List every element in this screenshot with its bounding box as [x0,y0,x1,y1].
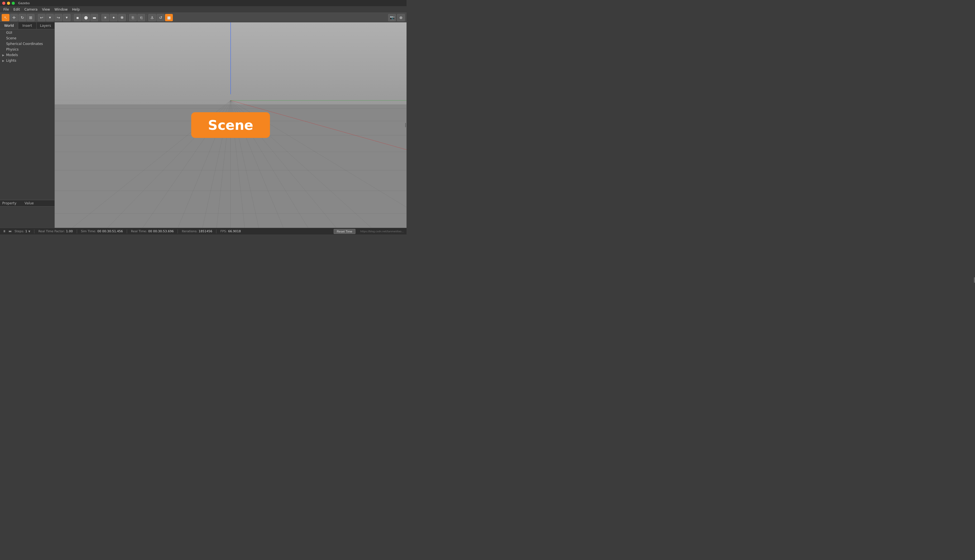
3d-viewport[interactable]: .grid-line { stroke: #666; stroke-width:… [55,22,407,228]
pause-icon: ⏸ [3,230,6,233]
layers-button[interactable]: ⊕ [397,14,405,21]
paste-tool-button[interactable]: ⎗ [137,14,145,21]
tree-item-models[interactable]: ▶ Models [0,52,55,58]
sim-time-item: Sim Time: 00 00:30:51.456 [81,230,123,233]
real-time-label: Real Time: [131,230,147,233]
tab-layers[interactable]: Layers [37,22,55,29]
box-tool-button[interactable]: ▪ [74,14,82,21]
sun-light-button[interactable]: ☀ [102,14,109,21]
step-icon: ⏭ [9,230,12,233]
sidebar: World Insert Layers GUI Scene Spherical … [0,22,55,228]
arrow-models: ▶ [2,53,5,57]
prop-col-property: Property [2,201,25,205]
world-tree: GUI Scene Spherical Coordinates Physics … [0,29,55,200]
tree-label-gui: GUI [6,31,12,35]
tab-insert[interactable]: Insert [18,22,36,29]
tree-label-physics: Physics [6,47,18,52]
wrap-tool-button[interactable]: ↺ [157,14,165,21]
tab-world[interactable]: World [0,22,18,29]
tree-item-physics[interactable]: Physics [0,47,55,52]
sep4 [127,15,128,21]
statusbar: ⏸ ⏭ Steps: 1 ▼ Real Time Factor: 1.00 Si… [0,228,407,235]
menu-file[interactable]: File [1,7,11,12]
redo-button[interactable]: ↪ [55,14,62,21]
cylinder-tool-button[interactable]: ▬ [90,14,98,21]
menubar: File Edit Camera View Window Help [0,6,407,13]
menu-edit[interactable]: Edit [11,7,22,12]
rtf-label: Real Time Factor: [38,230,65,233]
sep-status5 [216,230,217,233]
toolbar: ↖ ✛ ↻ ⊞ ↩ ▼ ↪ ▼ ▪ ● ▬ ☀ ✦ ❋ ⎘ ⎗ ⚓ ↺ ■ 📷 … [0,13,407,22]
sim-time-value: 00 00:30:51.456 [97,230,123,233]
sep5 [147,15,147,21]
tree-item-scene[interactable]: Scene [0,35,55,41]
app-title: Gazebo [18,2,30,5]
tree-item-gui[interactable]: GUI [0,30,55,35]
steps-label: Steps: [15,230,24,233]
fps-item: FPS: 66.9018 [220,230,241,233]
tree-label-models: Models [6,53,18,57]
active-orange-button[interactable]: ■ [165,14,173,21]
tree-label-spherical: Spherical Coordinates [6,42,43,46]
pause-button[interactable]: ⏸ [3,230,6,233]
rtf-value: 1.00 [66,230,73,233]
close-button[interactable] [2,2,5,5]
copy-tool-button[interactable]: ⎘ [129,14,137,21]
redo-arrow[interactable]: ▼ [63,14,71,21]
menu-window[interactable]: Window [52,7,70,12]
menu-help[interactable]: Help [70,7,82,12]
screenshot-button[interactable]: 📷 [388,14,396,21]
undo-button[interactable]: ↩ [38,14,45,21]
toolbar-right: 📷 ⊕ [388,14,405,21]
select-tool-button[interactable]: ↖ [2,14,10,21]
sim-time-label: Sim Time: [81,230,96,233]
viewport-resize-handle[interactable] [405,123,406,127]
point-light-button[interactable]: ✦ [110,14,118,21]
iterations-item: Iterations: 1851456 [182,230,212,233]
properties-panel: Property Value [0,200,55,228]
realtime-factor-item: Real Time Factor: 1.00 [38,230,73,233]
fps-value: 66.9018 [228,230,241,233]
properties-header: Property Value [0,200,55,207]
steps-item: Steps: 1 ▼ [15,230,30,233]
real-time-item: Real Time: 00 00:30:53.696 [131,230,174,233]
real-time-value: 00 00:30:53.696 [148,230,174,233]
iter-value: 1851456 [198,230,212,233]
sphere-tool-button[interactable]: ● [82,14,90,21]
reset-time-button[interactable]: Reset Time [334,229,355,234]
fps-label: FPS: [220,230,227,233]
undo-arrow[interactable]: ▼ [46,14,54,21]
translate-tool-button[interactable]: ✛ [10,14,18,21]
tree-item-lights[interactable]: ▶ Lights [0,58,55,63]
arrow-lights: ▶ [2,59,5,62]
maximize-button[interactable] [12,2,15,5]
scale-tool-button[interactable]: ⊞ [27,14,35,21]
url-display: https://blog.csdn.net/tanmeidiao... [360,230,404,233]
main-area: World Insert Layers GUI Scene Spherical … [0,22,407,228]
tree-label-scene: Scene [6,36,17,40]
prop-col-value: Value [25,201,52,205]
spot-light-button[interactable]: ❋ [118,14,126,21]
menu-view[interactable]: View [40,7,52,12]
step-button[interactable]: ⏭ [9,230,12,233]
sep3 [100,15,100,21]
sidebar-tabs: World Insert Layers [0,22,55,29]
anchor-tool-button[interactable]: ⚓ [148,14,156,21]
scene-label: Scene [191,112,270,138]
tree-label-lights: Lights [6,58,16,63]
menu-camera[interactable]: Camera [22,7,40,12]
rotate-tool-button[interactable]: ↻ [18,14,26,21]
steps-value: 1 [25,230,27,233]
titlebar: Gazebo [0,0,407,6]
minimize-button[interactable] [7,2,10,5]
sep2 [72,15,72,21]
iter-label: Iterations: [182,230,197,233]
tree-item-spherical[interactable]: Spherical Coordinates [0,41,55,47]
steps-dropdown[interactable]: ▼ [28,230,30,233]
